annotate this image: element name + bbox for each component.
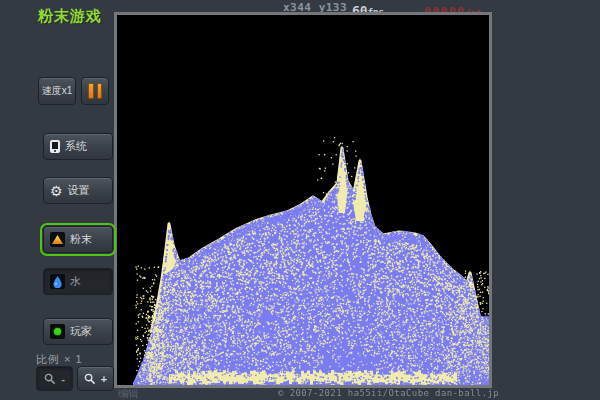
menu-item-label: 粉末 (70, 232, 92, 247)
zoom-in-button[interactable]: + (77, 366, 114, 391)
pause-button[interactable] (81, 77, 109, 105)
menu-item-label: 设置 (68, 183, 90, 198)
menu-item-player[interactable]: 玩家 (43, 318, 113, 345)
menu-item-label: 玩家 (70, 324, 92, 339)
magnifier-minus-icon (44, 373, 56, 385)
page-title: 粉末游戏 (38, 7, 102, 26)
simulation-frame (114, 12, 492, 388)
menu-item-system[interactable]: 系统 (43, 133, 113, 160)
edit-label: 编辑 (118, 387, 138, 400)
zoom-out-sign: - (61, 373, 65, 385)
menu-item-label: 水 (70, 274, 81, 289)
speed-button[interactable]: 速度x1 (38, 77, 76, 105)
pause-icon (88, 83, 94, 99)
water-drop-icon (50, 274, 65, 289)
sand-pile-icon (50, 232, 65, 247)
zoom-in-sign: + (101, 373, 107, 385)
copyright: © 2007-2021 ha55ii/OtaCube dan-ball.jp (278, 388, 499, 398)
speed-label: 速度x1 (42, 84, 73, 98)
powder-game-app: 粉末游戏 x344 y133 60fps 00000dot 速度x1 系统 ⚙ … (0, 0, 600, 400)
magnifier-plus-icon (84, 373, 96, 385)
scale-label: 比例 × 1 (36, 352, 83, 367)
gear-icon: ⚙ (50, 184, 63, 198)
menu-item-powder[interactable]: 粉末 (43, 226, 113, 253)
menu-item-water[interactable]: 水 (43, 268, 113, 295)
menu-item-settings[interactable]: ⚙ 设置 (43, 177, 113, 204)
player-green-dot-icon (50, 324, 65, 339)
simulation-canvas[interactable] (117, 15, 489, 385)
zoom-out-button[interactable]: - (36, 366, 73, 391)
pause-icon (97, 83, 103, 99)
menu-item-label: 系统 (65, 139, 87, 154)
handheld-screen-icon (50, 140, 60, 153)
